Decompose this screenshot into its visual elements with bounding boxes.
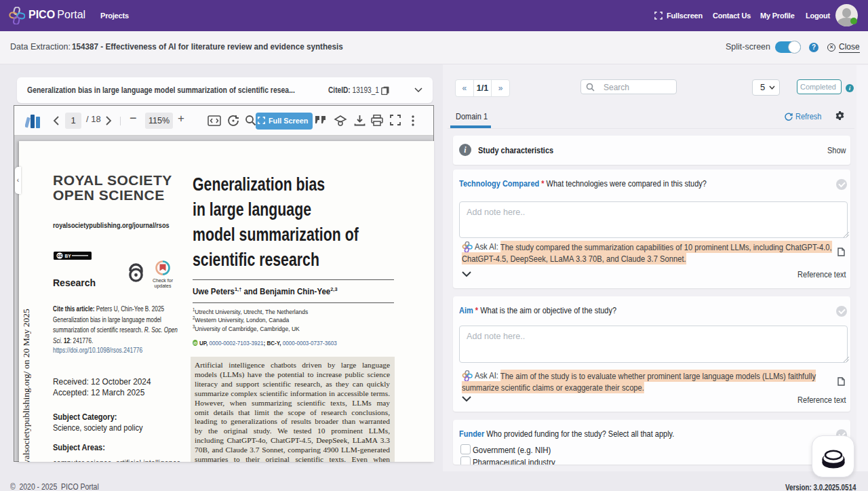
svg-text:cc: cc [57, 253, 62, 258]
svg-text:iD: iD [193, 340, 197, 345]
svg-text:BY: BY [65, 254, 72, 258]
